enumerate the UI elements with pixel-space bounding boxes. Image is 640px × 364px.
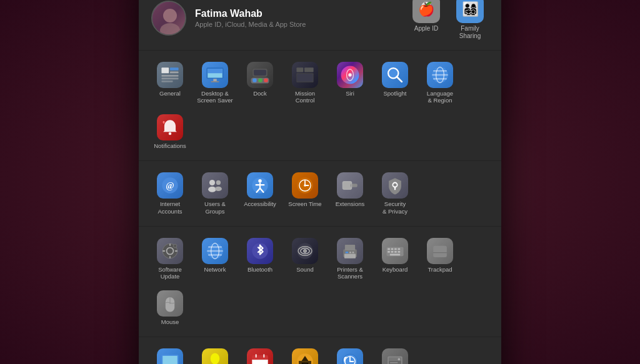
svg-rect-55 (342, 182, 351, 190)
time-machine-item[interactable]: TimeMachine (329, 345, 371, 364)
family-sharing-icon: 👨‍👩‍👧‍👦 (456, 0, 484, 23)
displays-item[interactable]: Displays (149, 345, 191, 364)
mouse-item[interactable]: Mouse (149, 287, 191, 329)
svg-point-40 (209, 180, 215, 185)
apple-id-button[interactable]: 🍎 Apple ID (408, 0, 445, 40)
internet-accounts-icon: @ (157, 172, 183, 199)
svg-point-62 (173, 244, 176, 247)
network-icon (202, 238, 228, 264)
accessibility-icon (247, 172, 273, 199)
extensions-label: Extensions (336, 200, 364, 207)
extensions-item[interactable]: Extensions (329, 169, 371, 219)
svg-rect-12 (208, 69, 222, 73)
section-row4: Displays EnergySaver (139, 337, 501, 364)
svg-rect-95 (433, 246, 447, 257)
svg-text:@: @ (166, 180, 174, 190)
apple-id-icon: 🍎 (412, 0, 440, 23)
svg-rect-93 (398, 251, 401, 253)
bluetooth-icon (247, 238, 273, 264)
bluetooth-item[interactable]: Bluetooth (239, 234, 281, 284)
bluetooth-label: Bluetooth (248, 266, 272, 273)
mission-control-label: MissionControl (295, 90, 315, 104)
sound-icon (292, 238, 318, 264)
security-privacy-label: Security& Privacy (382, 200, 408, 215)
svg-rect-89 (398, 248, 401, 250)
startup-disk-item[interactable]: StartupDisk (374, 345, 416, 364)
svg-rect-87 (391, 248, 394, 250)
users-groups-item[interactable]: Users &Groups (194, 169, 236, 219)
profile-name: Fatima Wahab (195, 8, 399, 19)
internet-accounts-item[interactable]: @ InternetAccounts (149, 169, 191, 219)
svg-rect-14 (211, 81, 219, 82)
icon-grid-row2: @ InternetAccounts Users &Groups (149, 169, 491, 219)
family-sharing-button[interactable]: 👨‍👩‍👧‍👦 FamilySharing (451, 0, 489, 40)
accessibility-label: Accessibility (244, 200, 276, 207)
mission-control-item[interactable]: MissionControl (284, 58, 326, 108)
svg-point-45 (258, 179, 261, 182)
section-row1: General Desktop &Screen Saver (139, 51, 501, 161)
spotlight-item[interactable]: Spotlight (374, 58, 416, 108)
network-item[interactable]: Network (194, 234, 236, 284)
apple-id-label: Apple ID (414, 25, 438, 32)
keyboard-icon (382, 238, 408, 264)
startup-disk-icon (382, 348, 408, 364)
profile-subtitle: Apple ID, iCloud, Media & App Store (195, 21, 399, 28)
time-machine-icon (337, 348, 363, 364)
desktop-label: Desktop &Screen Saver (197, 90, 233, 104)
svg-rect-91 (391, 251, 394, 253)
general-icon (157, 62, 183, 88)
screen-time-item[interactable]: Screen Time (284, 169, 326, 219)
notifications-item[interactable]: ! Notifications (149, 111, 191, 153)
notifications-icon: ! (157, 114, 183, 140)
trackpad-item[interactable]: Trackpad (419, 234, 461, 284)
desktop-icon (202, 62, 228, 88)
internet-accounts-label: InternetAccounts (158, 200, 182, 215)
sound-label: Sound (296, 266, 313, 273)
printers-scanners-item[interactable]: Printers &Scanners (329, 234, 371, 284)
spotlight-label: Spotlight (384, 90, 407, 97)
svg-point-43 (215, 187, 222, 191)
energy-saver-item[interactable]: EnergySaver (194, 345, 236, 364)
icon-grid-row3: SoftwareUpdate Network (149, 234, 491, 329)
users-groups-label: Users &Groups (204, 200, 226, 215)
software-update-item[interactable]: SoftwareUpdate (149, 234, 191, 284)
svg-rect-110 (252, 360, 268, 360)
keyboard-item[interactable]: Keyboard (374, 234, 416, 284)
general-item[interactable]: General (149, 58, 191, 108)
siri-icon (337, 62, 363, 88)
extensions-icon (337, 172, 363, 199)
avatar[interactable] (151, 1, 186, 36)
profile-section: Fatima Wahab Apple ID, iCloud, Media & A… (139, 0, 501, 51)
svg-rect-6 (170, 72, 179, 74)
svg-point-42 (216, 180, 221, 185)
svg-rect-8 (161, 78, 178, 80)
date-time-item[interactable]: 15 Date & Time (239, 345, 281, 364)
svg-rect-7 (161, 75, 178, 77)
screen-time-label: Screen Time (288, 200, 321, 207)
general-label: General (159, 90, 181, 97)
sharing-icon (292, 348, 318, 364)
dock-item[interactable]: Dock (239, 58, 281, 108)
language-item[interactable]: Language& Region (419, 58, 461, 108)
family-sharing-label: FamilySharing (459, 25, 481, 40)
date-time-icon: 15 (247, 348, 273, 364)
svg-point-54 (304, 184, 306, 187)
svg-point-41 (208, 187, 216, 192)
accessibility-item[interactable]: Accessibility (239, 169, 281, 219)
security-privacy-item[interactable]: Security& Privacy (374, 169, 416, 219)
mouse-label: Mouse (161, 318, 179, 325)
mouse-icon (157, 290, 183, 317)
icon-grid-row4: Displays EnergySaver (149, 345, 491, 364)
svg-rect-86 (388, 248, 390, 250)
siri-item[interactable]: Siri (329, 58, 371, 108)
svg-rect-4 (161, 67, 169, 73)
svg-rect-17 (258, 78, 262, 82)
svg-rect-9 (161, 81, 172, 82)
desktop-item[interactable]: Desktop &Screen Saver (194, 58, 236, 108)
svg-rect-81 (344, 254, 356, 258)
dock-icon (247, 62, 273, 88)
sharing-item[interactable]: Sharing (284, 345, 326, 364)
sound-item[interactable]: Sound (284, 234, 326, 284)
svg-rect-92 (394, 251, 397, 253)
svg-rect-127 (390, 362, 398, 363)
